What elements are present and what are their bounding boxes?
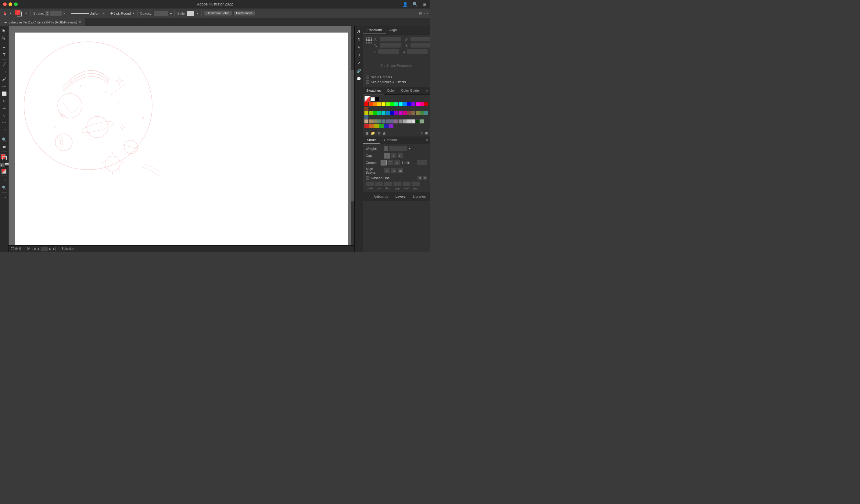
swatch-cyan[interactable]: [399, 102, 403, 106]
center-stroke-btn[interactable]: ⊟: [384, 168, 390, 173]
swatch-steel[interactable]: [386, 119, 390, 123]
swatch-gray[interactable]: [399, 119, 403, 123]
tab-close-button[interactable]: ✕: [79, 20, 81, 24]
bevel-corner-btn[interactable]: ⌓: [394, 160, 400, 165]
warp-tool[interactable]: 〰: [1, 119, 8, 126]
opacity-dropdown[interactable]: ▶: [170, 12, 172, 15]
toolbar-extra-icon[interactable]: ⋯: [424, 11, 428, 16]
opacity-input[interactable]: 100%: [153, 11, 168, 16]
eraser-tool[interactable]: ⬜: [1, 90, 8, 97]
dash-input-1[interactable]: [366, 181, 374, 186]
swatch-sage[interactable]: [377, 119, 381, 123]
limit-input[interactable]: 10: [417, 160, 428, 165]
artboard-tool[interactable]: ⬚: [1, 177, 8, 184]
swatch-dark-red[interactable]: [424, 102, 428, 106]
ref-bc[interactable]: [368, 42, 370, 44]
color-swap[interactable]: [1, 169, 7, 174]
swatch-blue[interactable]: [407, 102, 411, 106]
miter-corner-btn[interactable]: ⌐: [381, 160, 387, 165]
swatch-forest[interactable]: [420, 111, 424, 115]
gap-input-3[interactable]: [411, 181, 420, 186]
comment-icon[interactable]: 💬: [356, 76, 362, 82]
dash-align-btn2[interactable]: ⊡: [423, 176, 428, 180]
paintbrush-tool[interactable]: 🖌: [1, 76, 8, 82]
selection-tool[interactable]: [1, 27, 8, 34]
round-cap-btn[interactable]: ○: [391, 153, 397, 159]
projecting-cap-btn[interactable]: ⊓: [397, 153, 403, 159]
layers-bottom-tab[interactable]: Layers: [394, 194, 407, 199]
export-icon[interactable]: ↗: [356, 60, 362, 66]
new-swatch-btn[interactable]: ⊞: [377, 131, 381, 136]
swatch-steel-blue[interactable]: [386, 111, 390, 115]
swatch-dusty-red[interactable]: [407, 111, 411, 115]
swatch-lavender[interactable]: [390, 119, 394, 123]
stroke-menu-btn[interactable]: ≡: [425, 136, 430, 144]
pen-tool[interactable]: ✒: [1, 44, 8, 51]
document-tab[interactable]: ☁ galaxy ai file 2.aic* @ 72.04 % (RGB/P…: [0, 18, 85, 26]
stroke-stepper[interactable]: ▲ ▼: [45, 11, 49, 16]
dash-input-2[interactable]: [384, 181, 392, 186]
swatch-caramel[interactable]: [369, 119, 373, 123]
stroke-color[interactable]: [17, 12, 22, 16]
stroke-down[interactable]: ▼: [45, 13, 49, 16]
style-swatch[interactable]: [187, 11, 194, 16]
swatch-violet[interactable]: [399, 111, 403, 115]
ref-mc[interactable]: [368, 39, 370, 41]
swatch-red[interactable]: [364, 102, 368, 106]
new-color-group-btn[interactable]: 📁: [370, 131, 376, 136]
eyedropper-tool[interactable]: 🔍: [1, 136, 8, 143]
solid-color-btn[interactable]: ■: [0, 163, 4, 167]
x-input[interactable]: [380, 37, 401, 42]
user-icon[interactable]: 👤: [403, 2, 408, 7]
style-dropdown[interactable]: ▼: [196, 12, 199, 15]
direct-selection-tool[interactable]: [1, 35, 8, 42]
swatch-very-light[interactable]: [411, 119, 415, 123]
prev-artboard[interactable]: ◀: [37, 247, 39, 251]
swatch-teal-green[interactable]: [377, 111, 381, 115]
large-swatch-btn[interactable]: ⊞: [424, 131, 429, 136]
swatch-b6[interactable]: [389, 124, 393, 128]
dashed-checkbox[interactable]: [366, 176, 369, 180]
search-icon[interactable]: 🔍: [413, 2, 418, 7]
scroll-thumb-vertical[interactable]: [351, 70, 354, 202]
swatch-yellow-green[interactable]: [386, 102, 390, 106]
swatch-moss[interactable]: [373, 119, 377, 123]
stroke-up[interactable]: ▲: [45, 11, 49, 13]
show-swatch-kinds-btn[interactable]: ▦: [364, 131, 369, 136]
swatch-brown[interactable]: [364, 107, 368, 110]
gradient-tab-btn[interactable]: Gradient: [380, 136, 400, 144]
vertical-scrollbar[interactable]: [351, 26, 354, 245]
color-tab-btn[interactable]: Color: [384, 87, 398, 94]
link-icon[interactable]: 🔗: [356, 68, 362, 74]
color-box[interactable]: [1, 154, 8, 162]
swatch-mauve[interactable]: [394, 119, 398, 123]
swatch-light-gray[interactable]: [407, 119, 411, 123]
line-tool[interactable]: ╱: [1, 61, 8, 68]
delete-swatch-btn[interactable]: 🗑: [382, 131, 387, 136]
small-swatch-btn[interactable]: ≡: [420, 131, 424, 136]
weight-input[interactable]: 0.1 pt: [389, 146, 407, 151]
stroke-style-dropdown[interactable]: ▼: [102, 12, 105, 15]
swatch-pink[interactable]: [420, 102, 424, 106]
swatch-orange-red[interactable]: [369, 102, 373, 106]
swatch-green-cyan[interactable]: [394, 102, 398, 106]
zoom-level[interactable]: 72.04%: [11, 247, 22, 251]
selection-tool-indicator[interactable]: ▼: [2, 10, 13, 16]
ref-bl[interactable]: [366, 42, 368, 44]
swatch-tan[interactable]: [411, 111, 415, 115]
cap-dropdown[interactable]: ▼: [132, 12, 135, 15]
stroke-dropdown[interactable]: ▼: [63, 12, 66, 15]
fill-stroke-display[interactable]: [14, 9, 23, 18]
first-artboard[interactable]: |◀: [32, 247, 36, 251]
ref-tc[interactable]: [368, 37, 370, 39]
swatch-denim[interactable]: [382, 119, 386, 123]
swatch-dark-green[interactable]: [416, 119, 420, 123]
swatch-orange[interactable]: [373, 102, 377, 106]
arrange-panels-icon[interactable]: ⊞: [419, 11, 423, 16]
swatches-tab-btn[interactable]: Swatches: [363, 87, 384, 94]
transform-tab[interactable]: Transform: [363, 26, 386, 34]
round-corner-btn[interactable]: ⌒: [387, 160, 393, 165]
pencil-tool[interactable]: ✏: [1, 83, 8, 90]
gap-input-1[interactable]: [375, 181, 383, 186]
ref-tr[interactable]: [371, 37, 372, 39]
